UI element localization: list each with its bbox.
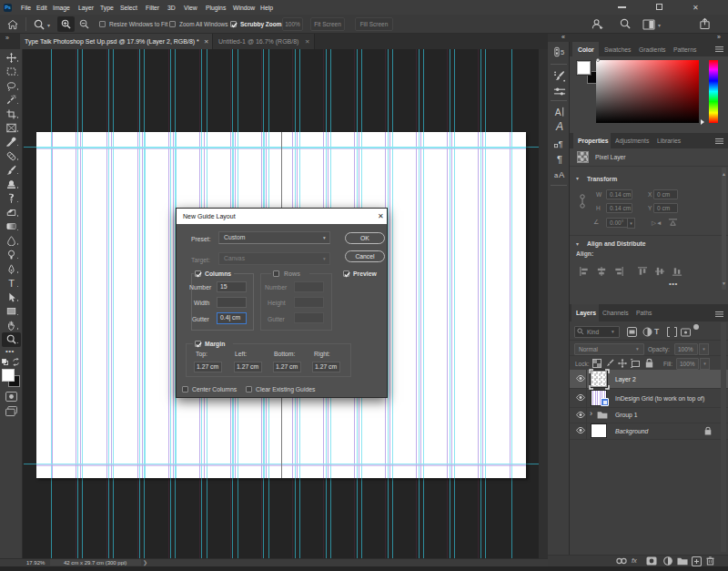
svg-text:T: T (8, 278, 15, 288)
svg-text:¶: ¶ (557, 154, 562, 165)
svg-text:5: 5 (561, 48, 564, 56)
svg-text:A: A (555, 120, 563, 133)
svg-text:A: A (555, 107, 561, 117)
svg-text:¶: ¶ (558, 139, 562, 148)
svg-text:A: A (559, 170, 565, 179)
